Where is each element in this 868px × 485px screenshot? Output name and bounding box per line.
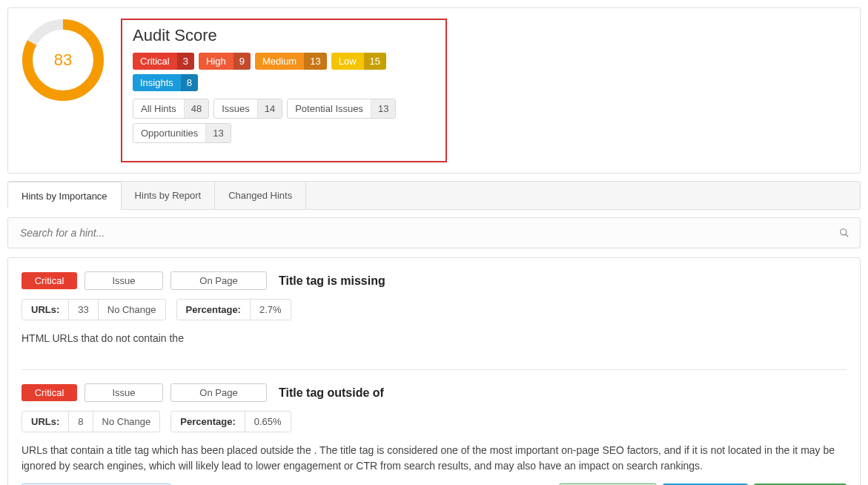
pill-label: Medium xyxy=(255,53,304,70)
pill-count: 8 xyxy=(181,74,198,91)
chip-label: All Hints xyxy=(133,99,184,118)
category-badge: On Page xyxy=(170,271,267,290)
scope-chip[interactable]: All Hints48 xyxy=(133,99,209,119)
chip-count: 13 xyxy=(205,124,230,142)
hints-list: CriticalIssueOn PageTitle tag is missing… xyxy=(7,257,861,485)
svg-point-2 xyxy=(841,229,847,235)
urls-change: No Change xyxy=(98,300,165,320)
scope-chip[interactable]: Potential Issues13 xyxy=(287,99,396,119)
percentage-value: 2.7% xyxy=(250,300,291,320)
urls-label: URLs: xyxy=(22,300,68,320)
tab[interactable]: Changed Hints xyxy=(215,182,306,209)
urls-change: No Change xyxy=(93,412,160,432)
search-input[interactable] xyxy=(19,226,839,240)
urls-label: URLs: xyxy=(22,412,68,432)
percentage-label: Percentage: xyxy=(171,412,244,432)
score-value: 83 xyxy=(21,19,105,102)
pill-count: 15 xyxy=(364,53,386,70)
percentage-value: 0.65% xyxy=(245,412,291,432)
tab[interactable]: Hints by Importance xyxy=(8,182,122,210)
pill-count: 13 xyxy=(304,53,326,70)
hint-card: CriticalIssueOn PageTitle tag is missing… xyxy=(21,268,847,369)
percentage-meta: Percentage:0.65% xyxy=(170,411,291,432)
hint-card: CriticalIssueOn PageTitle tag outside of… xyxy=(21,369,847,485)
audit-score-panel: 83 Audit Score Critical3High9Medium13Low… xyxy=(7,7,861,174)
svg-line-3 xyxy=(846,234,849,237)
scope-chip[interactable]: Issues14 xyxy=(213,99,282,119)
severity-pill-insights[interactable]: Insights8 xyxy=(133,74,198,91)
severity-pill-row: Critical3High9Medium13Low15Insights8 xyxy=(133,53,435,91)
hint-title: Title tag is missing xyxy=(279,274,385,288)
percentage-label: Percentage: xyxy=(177,300,250,320)
chip-label: Issues xyxy=(214,99,257,118)
severity-pill-medium[interactable]: Medium13 xyxy=(255,53,327,70)
urls-meta: URLs:8No Change xyxy=(21,411,160,432)
urls-value: 33 xyxy=(68,300,97,320)
pill-count: 9 xyxy=(233,53,251,70)
severity-pill-critical[interactable]: Critical3 xyxy=(133,53,194,70)
search-icon xyxy=(839,228,849,238)
pill-label: Critical xyxy=(133,53,177,70)
pill-label: Insights xyxy=(133,74,181,91)
audit-score-title: Audit Score xyxy=(133,26,435,45)
scope-chip[interactable]: Opportunities13 xyxy=(133,123,231,143)
chip-count: 14 xyxy=(257,99,282,118)
audit-score-box: Audit Score Critical3High9Medium13Low15I… xyxy=(121,19,447,162)
tabs: Hints by ImportanceHints by ReportChange… xyxy=(7,181,861,210)
pill-label: Low xyxy=(331,53,364,70)
scope-chip-row: All Hints48Issues14Potential Issues13Opp… xyxy=(133,99,435,143)
chip-label: Opportunities xyxy=(133,124,205,142)
urls-value: 8 xyxy=(68,412,92,432)
chip-count: 13 xyxy=(371,99,395,118)
type-badge: Issue xyxy=(85,271,163,290)
severity-pill-low[interactable]: Low15 xyxy=(331,53,386,70)
hint-description: URLs that contain a title tag which has … xyxy=(21,443,847,473)
pill-count: 3 xyxy=(177,53,194,70)
chip-label: Potential Issues xyxy=(288,99,371,118)
severity-pill-high[interactable]: High9 xyxy=(199,53,251,70)
category-badge: On Page xyxy=(170,383,267,402)
search-bar[interactable] xyxy=(7,217,861,248)
urls-meta: URLs:33No Change xyxy=(21,299,166,320)
type-badge: Issue xyxy=(85,383,163,402)
severity-badge: Critical xyxy=(21,272,77,289)
pill-label: High xyxy=(199,53,233,70)
score-gauge: 83 xyxy=(21,19,105,102)
percentage-meta: Percentage:2.7% xyxy=(176,299,291,320)
hint-title: Title tag outside of xyxy=(279,386,384,400)
hint-description: HTML URLs that do not contain the elemen… xyxy=(21,331,847,346)
tab[interactable]: Hints by Report xyxy=(122,182,216,209)
chip-count: 48 xyxy=(184,99,208,118)
severity-badge: Critical xyxy=(21,384,77,401)
